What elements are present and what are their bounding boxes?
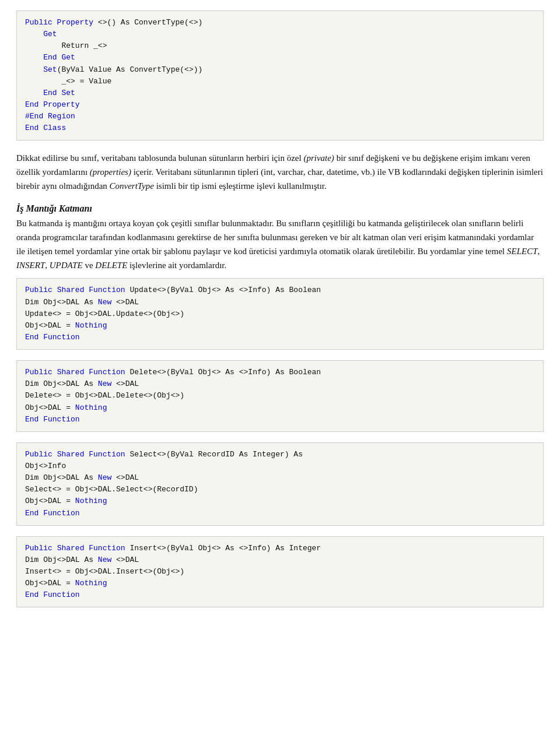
- code-dim-delete: Dim Obj<>DAL As: [25, 379, 98, 388]
- keyword-function-5: Function: [89, 544, 125, 553]
- prose-text-private: (private): [303, 153, 334, 163]
- keyword-public: Public Property: [25, 18, 98, 27]
- keyword-shared-5: Shared: [57, 544, 85, 553]
- keyword-end-function-insert: End Function: [25, 590, 80, 599]
- keyword-public-4: Public: [25, 450, 52, 459]
- keyword-new-select: New: [98, 473, 111, 482]
- prose-paragraph-1: Dikkat edilirse bu sınıf, veritabanı tab…: [16, 151, 544, 193]
- prose-text-delete: DELETE: [95, 261, 127, 270]
- code-dim-update: Dim Obj<>DAL As: [25, 298, 98, 307]
- code-block-update: Public Shared Function Update<>(ByVal Ob…: [16, 278, 544, 350]
- code-block-property: Public Property <>() As ConvertType(<>) …: [16, 10, 544, 140]
- keyword-shared-4: Shared: [57, 450, 85, 459]
- prose-and: ve: [83, 261, 96, 270]
- prose-text-2b: işlevlerine ait yordamlardır.: [127, 261, 226, 270]
- prose-text-1d: isimli bir tip ismi eşleştirme işlevi ku…: [154, 181, 327, 191]
- keyword-end-function-update: End Function: [25, 333, 80, 342]
- keyword-public-2: Public: [25, 286, 52, 294]
- keyword-shared-3: Shared: [57, 368, 85, 377]
- keyword-public-5: Public: [25, 544, 52, 553]
- prose-text-converttype: ConvertType: [110, 181, 154, 191]
- prose-comma-1: ,: [538, 247, 540, 256]
- keyword-function-3: Function: [89, 368, 125, 377]
- keyword-get: Get: [43, 30, 57, 38]
- keyword-set: Set: [43, 65, 57, 74]
- keyword-nothing-insert: Nothing: [75, 579, 107, 588]
- keyword-nothing-select: Nothing: [75, 497, 107, 505]
- keyword-nothing-delete: Nothing: [75, 403, 107, 412]
- code-block-select: Public Shared Function Select<>(ByVal Re…: [16, 442, 544, 526]
- keyword-new-update: New: [98, 298, 111, 307]
- prose-text-2a: Bu katmanda iş mantığını ortaya koyan ço…: [16, 219, 534, 256]
- code-block-delete: Public Shared Function Delete<>(ByVal Ob…: [16, 360, 544, 432]
- keyword-end-function-select: End Function: [25, 509, 80, 518]
- code-block-insert: Public Shared Function Insert<>(ByVal Ob…: [16, 536, 544, 608]
- prose-text-select: SELECT: [507, 247, 538, 256]
- keyword-end-class: End Class: [25, 124, 66, 132]
- keyword-end-function-delete: End Function: [25, 415, 80, 424]
- keyword-shared-2: Shared: [57, 286, 85, 294]
- keyword-new-insert: New: [98, 555, 111, 564]
- section-heading-is-mantigi: İş Mantığı Katmanı: [16, 203, 544, 214]
- keyword-function-4: Function: [89, 450, 125, 459]
- keyword-end-get: End Get: [43, 53, 75, 62]
- prose-text-update: UPDATE: [50, 261, 83, 270]
- keyword-function-2: Function: [89, 286, 125, 294]
- keyword-end-set: End Set: [43, 89, 75, 97]
- prose-text-properties: (properties): [90, 167, 131, 177]
- keyword-nothing-update: Nothing: [75, 321, 107, 330]
- prose-paragraph-2: Bu katmanda iş mantığını ortaya koyan ço…: [16, 216, 544, 272]
- keyword-end-region: #End Region: [25, 112, 75, 121]
- keyword-new-delete: New: [98, 379, 111, 388]
- prose-text-1a: Dikkat edilirse bu sınıf, veritabanı tab…: [16, 153, 303, 163]
- prose-text-insert: INSERT: [16, 261, 45, 270]
- prose-comma-2: ,: [45, 261, 50, 270]
- keyword-public-3: Public: [25, 368, 52, 377]
- code-dim-select: Dim Obj<>DAL As: [25, 473, 98, 482]
- code-dim-insert: Dim Obj<>DAL As: [25, 555, 98, 564]
- keyword-end-property: End Property: [25, 100, 80, 109]
